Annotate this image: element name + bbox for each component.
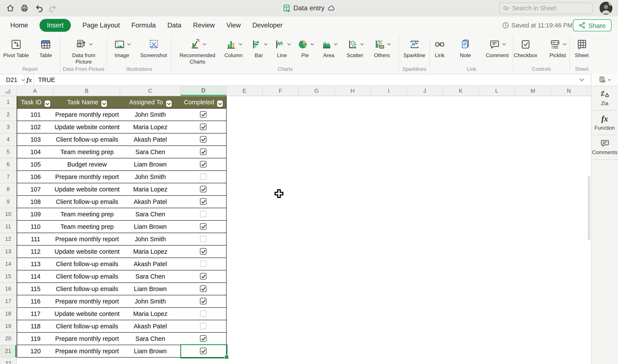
sidebar-item-zia[interactable]: Zia [592,86,618,111]
cell-task_id[interactable]: 119 [17,332,54,344]
cell-task_name[interactable]: Client follow-up emails [54,320,120,332]
cell-assigned_to[interactable]: Liam Brown [120,158,180,170]
cell-assigned_to[interactable]: Akash Patel [120,195,180,208]
cell-assigned_to[interactable]: Sara Chen [120,208,180,220]
cell-task_id[interactable]: 102 [17,121,54,133]
checkbox-checked[interactable] [200,335,207,342]
row-header-10[interactable]: 10 [0,208,16,221]
tab-page-layout[interactable]: Page Layout [82,22,120,29]
cell-task_name[interactable]: Prepare monthly report [54,345,120,357]
column-header-H[interactable]: H [335,86,371,96]
cell-task_id[interactable]: 118 [17,320,54,332]
cell-task_id[interactable]: 104 [17,146,54,158]
cell-completed[interactable] [180,221,226,233]
ribbon-item-recommended-charts[interactable]: Recommended Charts [177,37,218,65]
cell-task_name[interactable]: Client follow-up emails [54,195,120,208]
row-header-1[interactable]: 1 [0,96,16,108]
ribbon-item-sparkline[interactable]: Sparkline [401,37,428,59]
tab-review[interactable]: Review [193,22,215,29]
cell-task_id[interactable]: 110 [17,221,54,233]
cell-task_name[interactable]: Update website content [54,121,120,133]
cell-completed[interactable] [180,133,226,145]
ribbon-item-note[interactable]: Note [456,37,475,59]
cell-task_id[interactable]: 120 [17,345,54,357]
row-header-18[interactable]: 18 [0,308,16,320]
cell-completed[interactable] [180,245,226,257]
row-header-3[interactable]: 3 [0,121,16,133]
formula-input[interactable]: TRUE [38,77,55,83]
row-header-9[interactable]: 9 [0,195,16,208]
row-header-6[interactable]: 6 [0,158,16,171]
row-header-5[interactable]: 5 [0,146,16,158]
cell-task_name[interactable]: Update website content [54,183,120,195]
checkbox-checked[interactable] [200,298,207,305]
ribbon-item-sheet[interactable]: Sheet [572,37,592,59]
column-header-F[interactable]: F [263,86,299,96]
fill-handle[interactable] [224,355,229,359]
ribbon-item-table[interactable]: Table [34,37,58,59]
cell-assigned_to[interactable]: Maria Lopez [120,121,180,133]
cell-assigned_to[interactable]: John Smith [120,171,180,183]
cell-task_name[interactable]: Prepare monthly report [54,171,120,183]
cell-completed[interactable] [180,258,226,270]
cell-completed[interactable] [180,146,226,158]
cell-completed[interactable] [180,270,226,282]
column-header-A[interactable]: A [17,86,54,96]
cell-task_id[interactable]: 103 [17,133,54,145]
row-header-13[interactable]: 13 [0,245,16,258]
ribbon-item-picklist[interactable]: Picklist [544,37,571,59]
filter-button[interactable] [101,101,107,107]
fx-icon[interactable]: fx [25,74,34,85]
cell-completed[interactable] [180,283,226,295]
ribbon-item-data-from-picture[interactable]: Data from Picture [65,37,103,65]
sidebar-item-function[interactable]: fx Function [592,111,618,135]
cell-task_id[interactable]: 101 [17,108,54,120]
cell-completed[interactable] [180,308,226,320]
column-header-I[interactable]: I [371,86,407,96]
sheet-canvas[interactable]: 12345678910111213141516171819202122 Task… [0,96,591,364]
column-header-E[interactable]: E [227,86,263,96]
checkbox-checked[interactable] [200,286,207,292]
column-header-L[interactable]: L [479,86,515,96]
column-header-B[interactable]: B [54,86,120,96]
ribbon-item-scatter-chart[interactable]: Scatter [343,37,367,59]
cell-completed[interactable] [180,320,226,332]
table-header-cell[interactable]: Assigned To [120,96,180,108]
print-icon[interactable] [19,3,30,13]
cell-completed[interactable] [180,158,226,170]
checkbox-unchecked[interactable] [200,173,207,180]
row-header-19[interactable]: 19 [0,320,16,332]
checkbox-checked[interactable] [200,149,207,155]
cell-task_id[interactable]: 116 [17,295,54,307]
cell-assigned_to[interactable]: Akash Patel [120,258,180,270]
row-header-14[interactable]: 14 [0,258,16,270]
checkbox-unchecked[interactable] [200,323,207,329]
tab-data[interactable]: Data [167,22,181,29]
column-header-K[interactable]: K [443,86,479,96]
select-all-corner[interactable] [0,86,17,96]
checkbox-unchecked[interactable] [200,236,207,242]
cell-task_name[interactable]: Client follow-up emails [54,283,120,295]
table-header-cell[interactable]: Task ID [17,96,54,108]
cell-assigned_to[interactable]: Maria Lopez [120,245,180,257]
cell-task_id[interactable]: 114 [17,270,54,282]
tab-developer[interactable]: Developer [252,22,283,29]
ribbon-item-link[interactable]: Link [430,37,449,59]
checkbox-checked[interactable] [200,273,207,280]
column-header-D[interactable]: D [181,86,227,96]
row-header-22[interactable]: 22 [0,357,16,364]
row-header-21[interactable]: 21 [0,345,16,357]
checkbox-unchecked[interactable] [200,310,207,317]
cell-assigned_to[interactable]: Sara Chen [120,332,180,344]
filter-button[interactable] [45,101,50,107]
checkbox-checked[interactable] [200,248,207,255]
filter-button[interactable] [166,101,171,107]
ribbon-item-comment[interactable]: Comment [482,37,513,59]
cell-task_name[interactable]: Update website content [54,308,120,320]
row-header-8[interactable]: 8 [0,183,16,195]
tab-formula[interactable]: Formula [131,22,156,29]
cell-task_name[interactable]: Client follow-up emails [54,270,120,282]
ribbon-item-image[interactable]: Image [109,37,134,59]
row-header-11[interactable]: 11 [0,221,16,233]
ribbon-item-pie-chart[interactable]: Pie [296,37,315,59]
